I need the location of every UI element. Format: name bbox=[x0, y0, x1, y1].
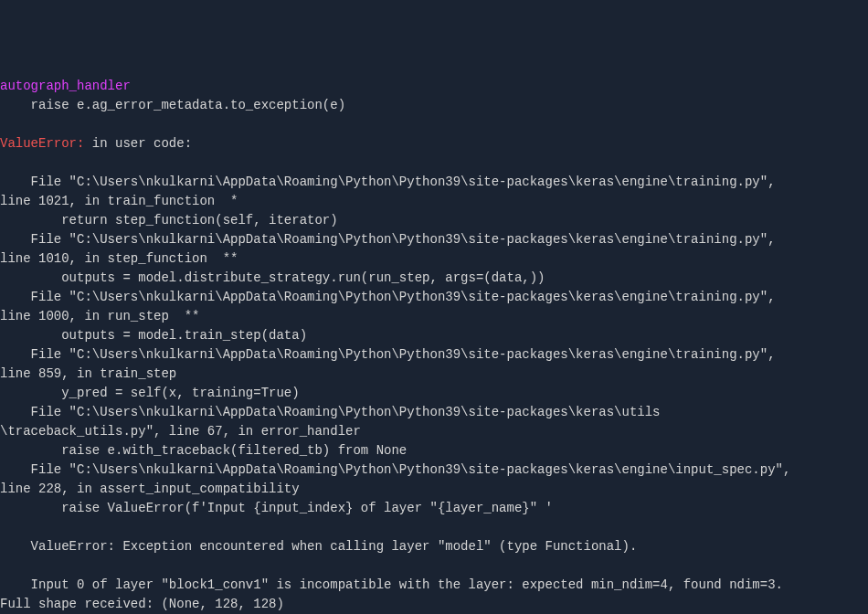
traceback-block: File "C:\Users\nkulkarni\AppData\Roaming… bbox=[0, 175, 790, 614]
error-intro: in user code: bbox=[84, 136, 192, 151]
error-type-label: ValueError: bbox=[0, 136, 84, 151]
terminal-output: autograph_handler raise e.ag_error_metad… bbox=[0, 77, 868, 614]
raise-statement: raise e.ag_error_metadata.to_exception(e… bbox=[0, 98, 345, 112]
autograph-handler-label: autograph_handler bbox=[0, 79, 131, 93]
